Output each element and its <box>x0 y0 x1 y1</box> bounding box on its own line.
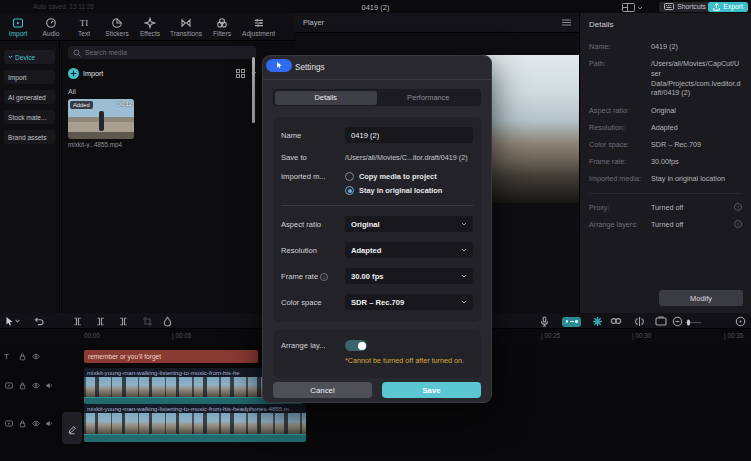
lock-icon[interactable] <box>18 381 27 390</box>
sidebar-item-label: Import <box>8 74 27 81</box>
cursor-pointer-icon <box>275 61 283 70</box>
sidebar-item-ai-generated[interactable]: AI generated <box>4 90 55 104</box>
layout-switcher[interactable] <box>622 3 643 12</box>
eye-icon[interactable] <box>31 381 41 390</box>
cancel-button[interactable]: Cancel <box>273 382 372 398</box>
import-media-button[interactable]: Import <box>83 69 103 78</box>
dialog-buttons: Cancel Save <box>273 382 481 398</box>
text-track-icon: T <box>4 352 9 361</box>
filter-all-label[interactable]: All <box>68 88 76 95</box>
tab-text[interactable]: TI Text <box>71 17 97 37</box>
eye-icon[interactable] <box>31 352 41 361</box>
resolution-select[interactable]: Adapted <box>345 242 473 258</box>
grid-view-icon[interactable] <box>236 69 245 78</box>
cover-icon[interactable] <box>655 316 667 326</box>
mask-icon[interactable] <box>162 316 173 327</box>
lock-icon[interactable] <box>18 352 27 361</box>
shortcuts-button[interactable]: Shortcuts <box>659 2 711 12</box>
search-input[interactable]: Search media <box>68 46 256 59</box>
crop-icon[interactable] <box>142 316 153 327</box>
filters-icon <box>216 17 228 29</box>
tab-adjustment[interactable]: Adjustment <box>242 17 275 37</box>
search-placeholder: Search media <box>85 49 127 56</box>
mute-icon[interactable] <box>44 419 54 428</box>
radio-label: Stay in original location <box>359 186 442 195</box>
frame-rate-select[interactable]: 30.00 fps <box>345 268 473 284</box>
detail-value: 30.00fps <box>651 157 742 167</box>
tab-performance[interactable]: Performance <box>377 91 480 105</box>
mute-icon[interactable] <box>44 381 54 390</box>
media-panel: Search media Import Sort All Added 00:12… <box>60 41 295 313</box>
add-import-icon[interactable] <box>68 68 79 79</box>
save-to-value: /Users/ali/Movies/C...itor.draft/0419 (2… <box>345 153 473 162</box>
preview-axis-icon[interactable] <box>634 316 645 327</box>
export-icon <box>713 3 720 11</box>
undo-icon[interactable] <box>33 316 44 327</box>
tab-filters[interactable]: Filters <box>209 17 235 37</box>
save-button[interactable]: Save <box>382 382 481 398</box>
edit-cover-button[interactable] <box>62 412 82 444</box>
text-clip[interactable]: remember or you'll forget <box>84 350 258 363</box>
radio-selected-icon <box>345 186 354 195</box>
select-value: Adapted <box>351 246 381 255</box>
sidebar-item-brand-assets[interactable]: Brand assets <box>4 130 55 144</box>
radio-stay-original[interactable]: Stay in original location <box>345 186 473 195</box>
tab-details[interactable]: Details <box>275 91 378 105</box>
media-scrollbar[interactable] <box>252 57 255 123</box>
tab-audio[interactable]: Audio <box>38 17 64 37</box>
tab-label: Effects <box>140 30 160 37</box>
detail-value: Adapted <box>651 123 742 133</box>
zoom-out-icon[interactable] <box>672 316 683 327</box>
media-clip-thumbnail[interactable]: Added 00:12 <box>68 99 134 139</box>
arrange-layer-toggle[interactable] <box>345 340 367 351</box>
tab-effects[interactable]: Effects <box>137 17 163 37</box>
color-space-select[interactable]: SDR – Rec.709 <box>345 294 473 310</box>
delete-right-icon[interactable] <box>118 316 129 327</box>
detail-label: Color space: <box>589 140 651 149</box>
video-clip-2[interactable]: mixkit-young-man-walking-listening-to-mu… <box>84 404 306 442</box>
delete-left-icon[interactable] <box>95 316 106 327</box>
select-cursor-icon[interactable] <box>4 316 14 327</box>
player-menu-icon[interactable] <box>562 19 571 26</box>
media-actions-row: Import Sort <box>68 66 289 80</box>
tab-import[interactable]: Import <box>5 17 31 37</box>
info-icon[interactable]: i <box>734 220 742 228</box>
snap-icon[interactable] <box>592 316 603 327</box>
sparkle-icon <box>144 17 156 29</box>
sidebar-item-import[interactable]: Import <box>4 70 55 84</box>
tab-label: Import <box>9 30 28 37</box>
sidebar-item-device[interactable]: Device <box>4 50 55 64</box>
split-icon[interactable] <box>72 316 83 327</box>
detail-label: Imported media: <box>589 174 651 183</box>
detail-label: Resolution: <box>589 123 651 132</box>
chevron-down-icon[interactable] <box>15 319 20 323</box>
audio-icon <box>45 17 57 29</box>
detail-row-frame-rate: Frame rate:30.00fps <box>589 157 742 167</box>
radio-copy-media[interactable]: Copy media to project <box>345 172 473 181</box>
info-icon[interactable]: i <box>320 273 328 281</box>
eye-icon[interactable] <box>31 419 41 428</box>
beat-marker-icon[interactable] <box>562 317 581 327</box>
info-icon[interactable]: i <box>734 203 742 211</box>
modify-button[interactable]: Modify <box>659 290 743 306</box>
text-icon: TI <box>80 17 89 29</box>
sticker-icon <box>111 17 123 29</box>
tab-label: Audio <box>43 30 60 37</box>
sidebar-item-stock-media[interactable]: Stock mate... <box>4 110 55 124</box>
link-icon[interactable] <box>610 316 622 326</box>
timeline-fit-icon[interactable] <box>735 316 746 327</box>
ruler-label: 00:00 <box>84 332 100 339</box>
sidebar-item-label: Brand assets <box>8 134 46 141</box>
zoom-slider[interactable] <box>685 319 701 326</box>
voiceover-mic-icon[interactable] <box>539 316 550 328</box>
export-button[interactable]: Export <box>708 2 748 12</box>
ruler-label: | 00:30 <box>632 332 651 339</box>
sidebar-item-label: Stock mate... <box>8 114 46 121</box>
aspect-ratio-select[interactable]: Original <box>345 216 473 232</box>
tab-transitions[interactable]: Transitions <box>170 17 202 37</box>
tab-stickers[interactable]: Stickers <box>104 17 130 37</box>
layout-icon <box>622 3 635 12</box>
lock-icon[interactable] <box>18 419 27 428</box>
name-input[interactable]: 0419 (2) <box>345 127 473 143</box>
detail-row-color-space: Color space:SDR – Rec.709 <box>589 140 742 150</box>
